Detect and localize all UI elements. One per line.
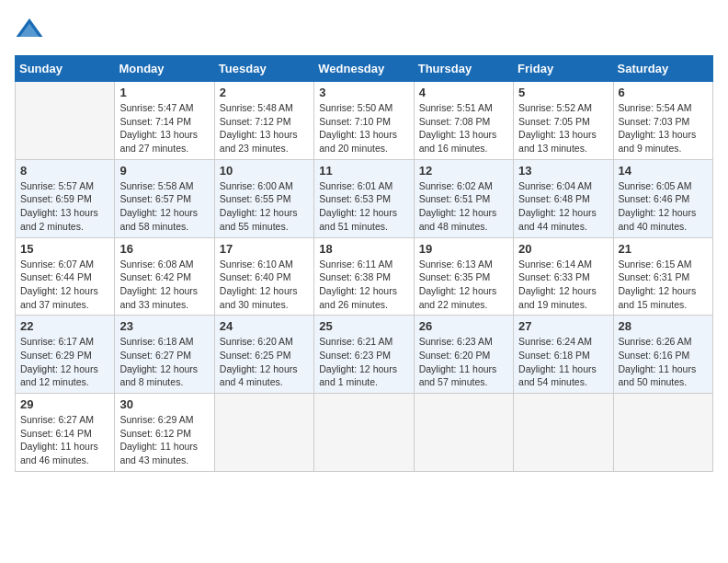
empty-cell <box>613 394 712 472</box>
day-cell-19: 19Sunrise: 6:13 AMSunset: 6:35 PMDayligh… <box>414 237 513 316</box>
day-number: 14 <box>619 164 708 178</box>
day-cell-10: 10Sunrise: 6:00 AMSunset: 6:55 PMDayligh… <box>214 159 313 237</box>
day-cell-13: 13Sunrise: 6:04 AMSunset: 6:48 PMDayligh… <box>514 159 613 237</box>
day-info: Sunrise: 5:47 AMSunset: 7:14 PMDaylight:… <box>119 101 209 155</box>
day-cell-16: 16Sunrise: 6:08 AMSunset: 6:42 PMDayligh… <box>115 237 214 316</box>
day-cell-3: 3Sunrise: 5:50 AMSunset: 7:10 PMDaylight… <box>314 82 414 160</box>
day-number: 19 <box>419 242 508 256</box>
day-cell-27: 27Sunrise: 6:24 AMSunset: 6:18 PMDayligh… <box>514 316 613 394</box>
day-info: Sunrise: 6:26 AMSunset: 6:16 PMDaylight:… <box>619 335 708 389</box>
day-number: 23 <box>119 319 209 333</box>
col-header-friday: Friday <box>514 56 613 82</box>
day-cell-23: 23Sunrise: 6:18 AMSunset: 6:27 PMDayligh… <box>115 316 214 394</box>
day-info: Sunrise: 6:15 AMSunset: 6:31 PMDaylight:… <box>619 258 708 312</box>
col-header-saturday: Saturday <box>613 56 712 82</box>
day-cell-2: 2Sunrise: 5:48 AMSunset: 7:12 PMDaylight… <box>214 82 313 160</box>
day-number: 8 <box>20 164 109 178</box>
day-number: 16 <box>119 242 209 256</box>
day-cell-9: 9Sunrise: 5:58 AMSunset: 6:57 PMDaylight… <box>115 159 214 237</box>
calendar-table: SundayMondayTuesdayWednesdayThursdayFrid… <box>15 55 713 472</box>
day-number: 2 <box>220 86 309 99</box>
day-number: 15 <box>20 242 109 256</box>
day-number: 25 <box>319 319 408 333</box>
day-info: Sunrise: 6:13 AMSunset: 6:35 PMDaylight:… <box>419 258 508 312</box>
day-number: 18 <box>319 242 408 256</box>
day-number: 9 <box>119 164 209 178</box>
day-cell-21: 21Sunrise: 6:15 AMSunset: 6:31 PMDayligh… <box>613 237 712 316</box>
page-header <box>15 15 713 44</box>
day-number: 27 <box>518 319 608 333</box>
day-info: Sunrise: 5:50 AMSunset: 7:10 PMDaylight:… <box>319 101 408 155</box>
day-info: Sunrise: 6:10 AMSunset: 6:40 PMDaylight:… <box>220 258 309 312</box>
day-info: Sunrise: 6:14 AMSunset: 6:33 PMDaylight:… <box>518 258 608 312</box>
day-cell-4: 4Sunrise: 5:51 AMSunset: 7:08 PMDaylight… <box>414 82 513 160</box>
logo <box>15 15 48 44</box>
day-cell-25: 25Sunrise: 6:21 AMSunset: 6:23 PMDayligh… <box>314 316 414 394</box>
day-number: 1 <box>119 86 209 99</box>
day-number: 26 <box>419 319 508 333</box>
day-number: 11 <box>319 164 408 178</box>
col-header-tuesday: Tuesday <box>214 56 313 82</box>
day-cell-11: 11Sunrise: 6:01 AMSunset: 6:53 PMDayligh… <box>314 159 414 237</box>
day-info: Sunrise: 6:17 AMSunset: 6:29 PMDaylight:… <box>20 335 109 389</box>
day-info: Sunrise: 6:05 AMSunset: 6:46 PMDaylight:… <box>619 179 708 234</box>
logo-icon <box>15 15 44 44</box>
day-info: Sunrise: 5:58 AMSunset: 6:57 PMDaylight:… <box>119 179 209 234</box>
day-cell-20: 20Sunrise: 6:14 AMSunset: 6:33 PMDayligh… <box>514 237 613 316</box>
day-cell-14: 14Sunrise: 6:05 AMSunset: 6:46 PMDayligh… <box>613 159 712 237</box>
week-row-2: 8Sunrise: 5:57 AMSunset: 6:59 PMDaylight… <box>16 159 713 237</box>
day-number: 22 <box>20 319 109 333</box>
day-cell-28: 28Sunrise: 6:26 AMSunset: 6:16 PMDayligh… <box>613 316 712 394</box>
day-info: Sunrise: 6:02 AMSunset: 6:51 PMDaylight:… <box>419 179 508 234</box>
day-info: Sunrise: 6:20 AMSunset: 6:25 PMDaylight:… <box>220 335 309 389</box>
week-row-5: 29Sunrise: 6:27 AMSunset: 6:14 PMDayligh… <box>16 394 713 472</box>
day-number: 6 <box>619 86 708 99</box>
empty-cell <box>214 394 313 472</box>
day-cell-5: 5Sunrise: 5:52 AMSunset: 7:05 PMDaylight… <box>514 82 613 160</box>
day-info: Sunrise: 6:00 AMSunset: 6:55 PMDaylight:… <box>220 179 309 234</box>
col-header-sunday: Sunday <box>16 56 115 82</box>
empty-cell <box>314 394 414 472</box>
day-cell-17: 17Sunrise: 6:10 AMSunset: 6:40 PMDayligh… <box>214 237 313 316</box>
day-number: 20 <box>518 242 608 256</box>
empty-cell <box>414 394 513 472</box>
day-cell-18: 18Sunrise: 6:11 AMSunset: 6:38 PMDayligh… <box>314 237 414 316</box>
day-cell-8: 8Sunrise: 5:57 AMSunset: 6:59 PMDaylight… <box>16 159 115 237</box>
day-cell-12: 12Sunrise: 6:02 AMSunset: 6:51 PMDayligh… <box>414 159 513 237</box>
day-info: Sunrise: 6:04 AMSunset: 6:48 PMDaylight:… <box>518 179 608 234</box>
day-info: Sunrise: 5:54 AMSunset: 7:03 PMDaylight:… <box>619 101 708 155</box>
day-number: 13 <box>518 164 608 178</box>
day-info: Sunrise: 5:52 AMSunset: 7:05 PMDaylight:… <box>518 101 608 155</box>
day-number: 4 <box>419 86 508 99</box>
day-info: Sunrise: 6:11 AMSunset: 6:38 PMDaylight:… <box>319 258 408 312</box>
calendar-header-row: SundayMondayTuesdayWednesdayThursdayFrid… <box>16 56 713 82</box>
col-header-thursday: Thursday <box>414 56 513 82</box>
day-info: Sunrise: 5:48 AMSunset: 7:12 PMDaylight:… <box>220 101 309 155</box>
day-number: 3 <box>319 86 408 99</box>
day-info: Sunrise: 5:57 AMSunset: 6:59 PMDaylight:… <box>20 179 109 234</box>
day-number: 29 <box>20 397 109 411</box>
day-number: 24 <box>220 319 309 333</box>
day-info: Sunrise: 6:29 AMSunset: 6:12 PMDaylight:… <box>119 413 209 467</box>
week-row-4: 22Sunrise: 6:17 AMSunset: 6:29 PMDayligh… <box>16 316 713 394</box>
day-info: Sunrise: 5:51 AMSunset: 7:08 PMDaylight:… <box>419 101 508 155</box>
empty-cell <box>514 394 613 472</box>
day-cell-30: 30Sunrise: 6:29 AMSunset: 6:12 PMDayligh… <box>115 394 214 472</box>
day-info: Sunrise: 6:27 AMSunset: 6:14 PMDaylight:… <box>20 413 109 467</box>
day-info: Sunrise: 6:18 AMSunset: 6:27 PMDaylight:… <box>119 335 209 389</box>
day-info: Sunrise: 6:21 AMSunset: 6:23 PMDaylight:… <box>319 335 408 389</box>
empty-cell <box>16 82 115 160</box>
day-cell-6: 6Sunrise: 5:54 AMSunset: 7:03 PMDaylight… <box>613 82 712 160</box>
week-row-1: 1Sunrise: 5:47 AMSunset: 7:14 PMDaylight… <box>16 82 713 160</box>
day-cell-15: 15Sunrise: 6:07 AMSunset: 6:44 PMDayligh… <box>16 237 115 316</box>
day-number: 12 <box>419 164 508 178</box>
day-info: Sunrise: 6:07 AMSunset: 6:44 PMDaylight:… <box>20 258 109 312</box>
day-number: 17 <box>220 242 309 256</box>
day-number: 10 <box>220 164 309 178</box>
col-header-monday: Monday <box>115 56 214 82</box>
day-info: Sunrise: 6:01 AMSunset: 6:53 PMDaylight:… <box>319 179 408 234</box>
day-cell-26: 26Sunrise: 6:23 AMSunset: 6:20 PMDayligh… <box>414 316 513 394</box>
day-cell-29: 29Sunrise: 6:27 AMSunset: 6:14 PMDayligh… <box>16 394 115 472</box>
day-cell-24: 24Sunrise: 6:20 AMSunset: 6:25 PMDayligh… <box>214 316 313 394</box>
col-header-wednesday: Wednesday <box>314 56 414 82</box>
